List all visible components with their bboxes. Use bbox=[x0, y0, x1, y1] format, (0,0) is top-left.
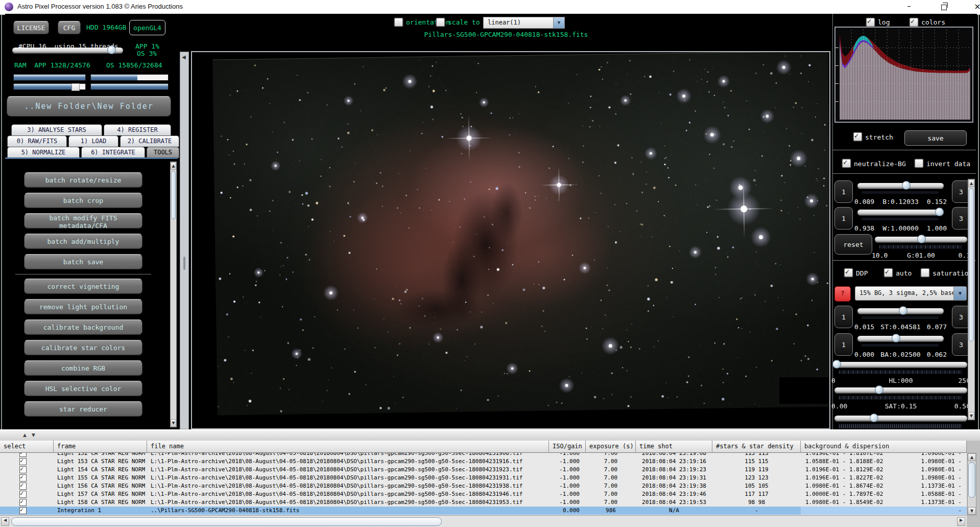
batch-rotate-resize-button[interactable]: batch rotate/resize bbox=[24, 172, 142, 188]
slider-handle[interactable] bbox=[875, 385, 883, 394]
ddp-checkbox[interactable]: ✓ bbox=[844, 268, 853, 277]
auto-checkbox[interactable]: ✓ bbox=[884, 268, 893, 277]
table-row[interactable]: Light 156 CA STAR REG NORML:\1-Plm-Astro… bbox=[0, 482, 967, 490]
column-header-background-dispersion[interactable]: background & dispersion bbox=[801, 441, 967, 453]
display-stretch-dropdown[interactable]: linear(1) ▼ bbox=[483, 17, 565, 29]
w-slider[interactable] bbox=[857, 210, 944, 215]
log-checkbox[interactable]: ✓ bbox=[866, 18, 875, 27]
tools-scrollbar[interactable]: ▲ ▼ bbox=[170, 162, 177, 427]
decrease-step-button[interactable]: 1 bbox=[834, 180, 853, 203]
scale-to-fit-checkbox[interactable]: ✓ bbox=[436, 18, 445, 27]
close-button[interactable]: × bbox=[970, 2, 980, 12]
column-header-exposure-s-[interactable]: exposure (s) bbox=[586, 441, 636, 453]
column-header--stars-star-density[interactable]: #stars & star density bbox=[712, 441, 801, 453]
batch-add-multiply-button[interactable]: batch add/multiply bbox=[24, 234, 142, 249]
stretch-checkbox[interactable]: ✓ bbox=[853, 132, 862, 141]
row-select-checkbox[interactable] bbox=[19, 474, 27, 482]
table-row[interactable]: Light 153 CA STAR REG NORML:\1-Plm-Astro… bbox=[0, 457, 967, 466]
scroll-down-icon[interactable]: ▼ bbox=[968, 412, 974, 420]
table-row[interactable]: Light 154 CA STAR REG NORML:\1-Plm-Astro… bbox=[0, 466, 967, 474]
slider-handle[interactable] bbox=[832, 360, 841, 369]
ba-slider[interactable] bbox=[857, 336, 944, 341]
table-row[interactable]: Integration 1..\Pillars-SG500-GPCAM290-0… bbox=[0, 507, 967, 515]
batch-save-button[interactable]: batch save bbox=[24, 254, 142, 269]
right-scroll-thumb[interactable] bbox=[969, 188, 974, 341]
tab-3-analyse-stars[interactable]: 3) ANALYSE STARS bbox=[11, 124, 102, 135]
invert-data-checkbox[interactable]: ✓ bbox=[915, 159, 923, 168]
table-vscroll-thumb[interactable] bbox=[968, 462, 975, 498]
row-select-checkbox[interactable] bbox=[19, 507, 27, 514]
column-header-iso-gain[interactable]: ISO/gain bbox=[549, 441, 586, 453]
scroll-right-icon[interactable]: ▶ bbox=[957, 517, 965, 526]
divider-grip[interactable] bbox=[183, 257, 185, 270]
slider-handle[interactable] bbox=[892, 334, 900, 342]
panel-divider[interactable]: ◀ bbox=[180, 52, 189, 429]
table-row[interactable]: Light 158 CA STAR REG NORML:\1-Plm-Astro… bbox=[0, 498, 967, 507]
slider-handle[interactable] bbox=[870, 414, 878, 422]
row-select-checkbox[interactable] bbox=[19, 491, 27, 498]
image-viewport[interactable] bbox=[191, 51, 830, 429]
tab-tools[interactable]: TOOLS bbox=[147, 147, 179, 158]
tab-0-raw-fits[interactable]: 0) RAW/FITS bbox=[7, 135, 67, 147]
column-header-select[interactable]: select bbox=[0, 441, 54, 453]
save-button[interactable]: save bbox=[904, 130, 967, 146]
column-header-time-shot[interactable]: time shot bbox=[636, 441, 712, 453]
slider-handle[interactable] bbox=[935, 208, 944, 216]
st-slider[interactable] bbox=[857, 308, 944, 314]
auto-stretch-preset-dropdown[interactable]: 15% BG, 3 sigma, 2,5% base ▼ bbox=[855, 286, 967, 301]
calibrate-background-button[interactable]: calibrate background bbox=[24, 319, 142, 335]
batch-modify-fits-metadata-cfa-button[interactable]: batch modify FITS metadata/CFA bbox=[24, 213, 142, 228]
hl-slider[interactable] bbox=[834, 362, 967, 368]
decrease-step-button[interactable]: 1 bbox=[834, 306, 853, 328]
slider-handle[interactable] bbox=[899, 306, 907, 315]
working-folder-button[interactable]: ..New Folder\New Folder bbox=[7, 96, 171, 117]
neutralize-bg-checkbox[interactable]: ✓ bbox=[842, 159, 851, 168]
scroll-up-icon[interactable]: ▲ bbox=[968, 179, 974, 187]
orientation-checkbox[interactable]: ✓ bbox=[394, 18, 403, 27]
column-header-frame[interactable]: frame bbox=[54, 441, 147, 453]
g-slider[interactable] bbox=[875, 237, 967, 242]
combine-rgb-button[interactable]: combine RGB bbox=[24, 360, 142, 376]
decrease-step-button[interactable]: 1 bbox=[834, 333, 853, 356]
scroll-up-icon[interactable]: ▲ bbox=[968, 453, 976, 461]
tab-2-calibrate[interactable]: 2) CALIBRATE bbox=[120, 135, 179, 147]
reset-button[interactable]: reset bbox=[834, 234, 872, 255]
tab-5-normalize[interactable]: 5) NORMALIZE bbox=[7, 147, 80, 158]
row-select-checkbox[interactable] bbox=[19, 466, 27, 473]
slider-handle[interactable] bbox=[902, 181, 911, 190]
opengl-button[interactable]: openGL4 bbox=[129, 20, 165, 35]
ram-limit-slider[interactable] bbox=[13, 83, 86, 90]
license-button[interactable]: LICENSE bbox=[13, 21, 49, 34]
scroll-down-icon[interactable]: ▼ bbox=[171, 419, 176, 427]
ram-limit-handle[interactable] bbox=[71, 83, 80, 91]
table-vscrollbar[interactable]: ▲ ▼ bbox=[967, 453, 976, 515]
table-row[interactable]: Light 155 CA STAR REG NORML:\1-Plm-Astro… bbox=[0, 474, 967, 482]
splitter-down-icon[interactable]: ▼ bbox=[32, 432, 35, 438]
tools-scroll-thumb[interactable] bbox=[171, 171, 176, 219]
threads-slider[interactable] bbox=[12, 48, 123, 53]
tab-1-load[interactable]: 1) LOAD bbox=[68, 135, 118, 147]
minimize-button[interactable]: – bbox=[901, 2, 917, 12]
correct-vignetting-button[interactable]: correct vignetting bbox=[24, 279, 142, 294]
cfg-button[interactable]: CFG bbox=[58, 21, 81, 34]
row-select-checkbox[interactable] bbox=[19, 483, 27, 490]
colors-checkbox[interactable]: ✓ bbox=[910, 18, 918, 27]
b-slider[interactable] bbox=[857, 183, 944, 189]
sat-slider[interactable] bbox=[834, 387, 967, 393]
batch-crop-button[interactable]: batch crop bbox=[24, 193, 142, 208]
saturation-checkbox[interactable]: ✓ bbox=[921, 268, 929, 277]
threads-slider-handle[interactable] bbox=[107, 45, 116, 54]
table-row[interactable]: Light 157 CA STAR REG NORML:\1-Plm-Astro… bbox=[0, 490, 967, 498]
row-select-checkbox[interactable] bbox=[19, 458, 27, 465]
horizontal-splitter[interactable]: ▲ ▼ bbox=[0, 429, 980, 441]
tab-4-register[interactable]: 4) REGISTER bbox=[104, 124, 171, 135]
tab-6-integrate[interactable]: 6) INTEGRATE bbox=[81, 147, 145, 158]
aux-slider[interactable] bbox=[834, 416, 967, 421]
splitter-up-icon[interactable]: ▲ bbox=[23, 432, 27, 438]
decrease-step-button[interactable]: 1 bbox=[834, 207, 853, 230]
remove-light-pollution-button[interactable]: remove light pollution bbox=[24, 299, 142, 314]
hsl-selective-color-button[interactable]: HSL selective color bbox=[24, 381, 142, 396]
row-select-checkbox[interactable] bbox=[19, 499, 27, 506]
slider-handle[interactable] bbox=[917, 235, 926, 243]
collapse-left-icon[interactable]: ◀ bbox=[182, 54, 186, 60]
